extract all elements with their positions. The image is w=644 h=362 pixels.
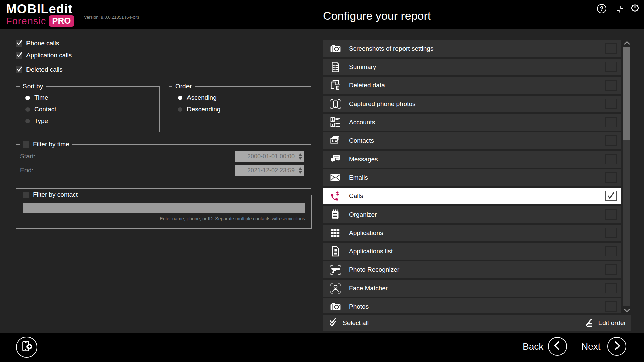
radio-label: Descending bbox=[187, 106, 220, 113]
contacts-icon bbox=[329, 134, 342, 147]
radio-option[interactable]: Descending bbox=[178, 105, 311, 114]
report-section-checkbox[interactable] bbox=[605, 62, 617, 72]
report-section-row[interactable]: Applications bbox=[323, 225, 621, 241]
call-type-checkbox-row[interactable]: Deleted calls bbox=[16, 66, 72, 73]
report-section-row[interactable]: Applications list bbox=[323, 243, 621, 260]
organizer-icon bbox=[329, 208, 342, 221]
report-section-row[interactable]: Calls bbox=[323, 188, 621, 204]
contact-filter-hint: Enter name, phone, or ID. Separate multi… bbox=[16, 216, 305, 221]
checkbox-label: Deleted calls bbox=[26, 66, 63, 73]
radio-label: Time bbox=[34, 94, 48, 101]
radio-icon[interactable] bbox=[178, 96, 182, 100]
report-section-row[interactable]: Screenshots of report settings bbox=[323, 40, 621, 57]
report-section-row[interactable]: Summary bbox=[323, 59, 621, 75]
back-button-label[interactable]: Back bbox=[523, 341, 543, 352]
report-section-checkbox[interactable] bbox=[605, 191, 617, 201]
filter-by-contact-label: Filter by contact bbox=[33, 191, 78, 198]
deleted-data-icon bbox=[329, 79, 342, 92]
report-section-row[interactable]: Contacts bbox=[323, 132, 621, 149]
report-section-checkbox[interactable] bbox=[605, 135, 617, 146]
call-type-checkbox-row[interactable]: Phone calls bbox=[16, 40, 72, 47]
report-section-checkbox[interactable] bbox=[605, 301, 617, 312]
report-section-checkbox[interactable] bbox=[605, 264, 617, 275]
summary-doc-icon bbox=[329, 61, 342, 73]
applications-grid-icon bbox=[329, 227, 342, 239]
radio-icon[interactable] bbox=[25, 119, 30, 123]
report-section-label: Applications bbox=[349, 229, 383, 237]
help-icon[interactable]: ? bbox=[597, 4, 606, 13]
scroll-up-icon[interactable] bbox=[623, 40, 631, 46]
contact-filter-input[interactable] bbox=[23, 203, 305, 213]
report-section-checkbox[interactable] bbox=[605, 117, 617, 127]
order-group: Order Ascending Descending bbox=[169, 83, 311, 132]
report-section-row[interactable]: Photos bbox=[323, 298, 621, 313]
report-section-checkbox[interactable] bbox=[605, 43, 617, 54]
report-section-label: Captured phone photos bbox=[349, 100, 416, 108]
report-section-checkbox[interactable] bbox=[605, 172, 617, 183]
report-section-label: Screenshots of report settings bbox=[349, 45, 433, 52]
resize-window-icon[interactable] bbox=[615, 5, 625, 15]
add-phone-button[interactable] bbox=[16, 337, 37, 358]
radio-option[interactable]: Contact bbox=[25, 105, 159, 114]
report-section-row[interactable]: Accounts bbox=[323, 114, 621, 131]
back-button[interactable] bbox=[548, 337, 567, 356]
call-type-filters: Phone calls Application calls Deleted ca… bbox=[16, 40, 72, 73]
radio-option[interactable]: Ascending bbox=[178, 93, 311, 102]
sort-by-group: Sort by Time Contact Type bbox=[16, 83, 160, 132]
report-section-row[interactable]: Captured phone photos bbox=[323, 96, 621, 112]
report-section-row[interactable]: Deleted data bbox=[323, 77, 621, 94]
report-section-checkbox[interactable] bbox=[605, 283, 617, 293]
spin-up-icon[interactable] bbox=[299, 167, 302, 170]
radio-label: Contact bbox=[34, 106, 56, 113]
radio-icon[interactable] bbox=[25, 96, 30, 100]
report-section-row[interactable]: Emails bbox=[323, 169, 621, 186]
report-section-checkbox[interactable] bbox=[605, 246, 617, 256]
report-section-label: Summary bbox=[349, 63, 376, 71]
report-section-checkbox[interactable] bbox=[605, 99, 617, 109]
report-list-scrollbar[interactable] bbox=[623, 40, 631, 314]
radio-option[interactable]: Time bbox=[25, 93, 159, 102]
page-title: Configure your report bbox=[323, 9, 431, 22]
calls-icon bbox=[329, 190, 342, 202]
emails-icon bbox=[329, 171, 342, 184]
filter-by-time-label: Filter by time bbox=[33, 141, 69, 148]
spin-down-icon[interactable] bbox=[299, 157, 302, 160]
edit-order-button[interactable]: Edit order bbox=[583, 317, 626, 329]
report-section-row[interactable]: Face Matcher bbox=[323, 280, 621, 297]
radio-option[interactable]: Type bbox=[25, 117, 159, 125]
radio-icon[interactable] bbox=[25, 107, 30, 112]
report-section-checkbox[interactable] bbox=[605, 209, 617, 220]
spin-down-icon[interactable] bbox=[299, 171, 302, 174]
checkbox-icon[interactable] bbox=[16, 66, 22, 73]
report-section-checkbox[interactable] bbox=[605, 80, 617, 90]
select-all-icon bbox=[328, 317, 339, 329]
photo-recognizer-icon bbox=[329, 263, 342, 276]
power-icon[interactable] bbox=[630, 3, 640, 14]
applications-list-icon bbox=[329, 245, 342, 258]
chevron-left-icon bbox=[549, 337, 566, 356]
filter-by-time-checkbox[interactable] bbox=[23, 141, 29, 148]
start-datetime-input[interactable]: 2000-01-01 00:00 bbox=[235, 151, 304, 162]
radio-icon[interactable] bbox=[178, 107, 182, 112]
checkbox-icon[interactable] bbox=[16, 40, 22, 47]
report-section-checkbox[interactable] bbox=[605, 228, 617, 238]
select-all-button[interactable]: Select all bbox=[328, 317, 369, 329]
edit-order-icon bbox=[583, 317, 594, 329]
app-logo: MOBILedit Forensic PRO bbox=[6, 2, 74, 27]
scroll-down-icon[interactable] bbox=[623, 307, 631, 314]
next-button-label[interactable]: Next bbox=[581, 341, 601, 352]
filter-by-contact-checkbox[interactable] bbox=[23, 192, 29, 198]
call-type-checkbox-row[interactable]: Application calls bbox=[16, 52, 72, 59]
report-section-row[interactable]: Organizer bbox=[323, 206, 621, 223]
report-section-row[interactable]: Messages bbox=[323, 151, 621, 168]
report-section-row[interactable]: Photo Recognizer bbox=[323, 261, 621, 278]
report-section-checkbox[interactable] bbox=[605, 154, 617, 164]
next-button[interactable] bbox=[607, 337, 626, 356]
checkbox-icon[interactable] bbox=[16, 52, 22, 59]
order-options: Ascending Descending bbox=[169, 93, 311, 114]
scrollbar-thumb[interactable] bbox=[623, 47, 630, 140]
footer-bar: Back Next bbox=[0, 333, 644, 362]
spin-up-icon[interactable] bbox=[299, 153, 302, 156]
report-section-label: Calls bbox=[349, 192, 363, 200]
end-datetime-input[interactable]: 2021-12-02 23:59 bbox=[235, 165, 304, 176]
